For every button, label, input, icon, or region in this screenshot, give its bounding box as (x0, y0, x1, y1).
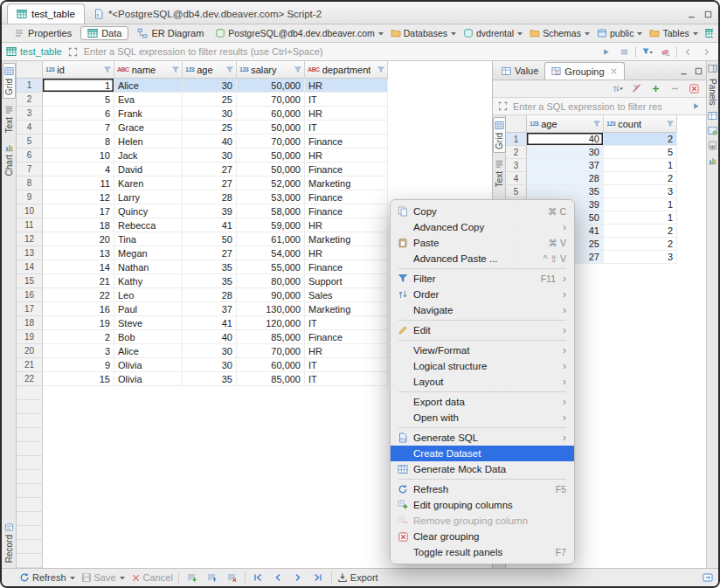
menu-item[interactable]: Edit› (391, 322, 574, 338)
panel-tab-value[interactable]: Value (495, 62, 544, 80)
expand-filter-icon[interactable] (495, 100, 510, 114)
menu-item[interactable]: Logical structure› (391, 358, 574, 374)
menu-item[interactable]: Copy⌘ C (391, 204, 574, 219)
cell-name[interactable]: Tina (114, 232, 183, 246)
history-forward-icon[interactable] (699, 45, 714, 59)
panel-layout-icon[interactable] (708, 64, 717, 73)
cell-name[interactable]: Leo (114, 288, 183, 302)
chart-panel-icon[interactable] (708, 156, 717, 165)
breadcrumb-item[interactable]: Databases (388, 28, 460, 38)
grouping-filter-input[interactable] (513, 99, 686, 114)
menu-item[interactable]: SQLGenerate SQL› (391, 430, 574, 446)
cell-age[interactable]: 30 (183, 79, 237, 93)
expand-filter-icon[interactable] (66, 45, 80, 59)
cell-name[interactable]: Olivia (114, 372, 183, 386)
breadcrumb-item[interactable]: public (594, 28, 646, 38)
filter-dropdown-icon[interactable] (640, 45, 654, 59)
cell-salary[interactable]: 55,000 (237, 260, 305, 274)
menu-item[interactable]: Advanced Copy› (391, 219, 574, 235)
cell-name[interactable]: Alice (114, 79, 183, 93)
cell-id[interactable]: 18 (43, 218, 114, 232)
cell-salary[interactable]: 59,000 (237, 218, 305, 232)
cell-department[interactable]: Finance (305, 135, 388, 149)
cell-salary[interactable]: 54,000 (237, 246, 305, 260)
cell-count[interactable]: 1 (604, 198, 677, 211)
cell-name[interactable]: Megan (114, 246, 183, 260)
cell-age[interactable]: 35 (527, 185, 604, 198)
menu-item[interactable]: Layout› (391, 374, 574, 390)
tab-data[interactable]: Data (80, 26, 128, 40)
chevron-down-icon[interactable] (692, 31, 699, 37)
column-filter-icon[interactable] (172, 66, 179, 73)
cell-age[interactable]: 40 (527, 133, 604, 146)
refresh-button[interactable]: Refresh (19, 572, 76, 583)
cell-name[interactable]: Steve (114, 316, 183, 330)
row-number[interactable]: 17 (17, 302, 43, 316)
row-number[interactable]: 14 (17, 260, 43, 274)
cell-salary[interactable]: 85,000 (237, 330, 305, 344)
menu-item[interactable]: Navigate› (391, 302, 574, 318)
cell-id[interactable]: 16 (43, 302, 114, 316)
cell-name[interactable]: Frank (114, 107, 183, 121)
cell-department[interactable]: HR (305, 107, 388, 121)
menu-item[interactable]: Edit grouping columns (391, 497, 574, 513)
column-header-department[interactable]: ABCdepartment (305, 61, 388, 79)
cell-age[interactable]: 27 (183, 163, 237, 176)
next-row-icon[interactable] (291, 571, 306, 585)
cell-id[interactable]: 12 (43, 190, 114, 204)
row-number[interactable]: 3 (506, 159, 527, 172)
cell-age[interactable]: 50 (183, 232, 237, 246)
cell-department[interactable]: IT (305, 121, 388, 135)
row-number[interactable]: 2 (17, 93, 43, 107)
cell-department[interactable]: Finance (305, 260, 388, 274)
cell-name[interactable]: David (114, 163, 183, 176)
cell-department[interactable]: IT (305, 316, 388, 330)
tab-grid[interactable]: Grid (3, 63, 16, 99)
menu-item[interactable]: View/Format› (391, 342, 574, 358)
duplicate-row-icon[interactable] (204, 571, 219, 585)
cell-name[interactable]: Eva (114, 93, 183, 107)
cell-name[interactable]: Larry (114, 190, 183, 204)
cell-id[interactable]: 19 (43, 316, 114, 330)
clear-filter-icon[interactable] (658, 45, 673, 59)
cell-salary[interactable]: 61,000 (237, 232, 305, 246)
chevron-down-icon[interactable] (377, 31, 384, 37)
cell-id[interactable]: 13 (43, 246, 114, 260)
minimize-icon[interactable] (687, 10, 696, 19)
cell-name[interactable]: Bob (114, 330, 183, 344)
tab-er-diagram[interactable]: ER Diagram (130, 26, 211, 40)
cell-salary[interactable]: 58,000 (237, 204, 305, 218)
cell-department[interactable]: Marketing (305, 176, 388, 190)
cell-salary[interactable]: 60,000 (237, 358, 305, 372)
menu-item[interactable]: Paste⌘ V (391, 235, 574, 251)
column-filter-icon[interactable] (104, 66, 111, 73)
cell-count[interactable]: 2 (604, 225, 677, 238)
cell-id[interactable]: 9 (43, 358, 114, 372)
cell-age[interactable]: 30 (183, 149, 237, 163)
cell-department[interactable]: Finance (305, 330, 388, 344)
cell-age[interactable]: 30 (183, 358, 237, 372)
first-row-icon[interactable] (251, 571, 266, 585)
cell-department[interactable]: HR (305, 218, 388, 232)
row-number[interactable]: 7 (17, 163, 43, 176)
row-number[interactable]: 1 (506, 133, 527, 146)
cell-id[interactable]: 11 (43, 176, 114, 190)
cell-name[interactable]: Rebecca (114, 218, 183, 232)
chevron-down-icon[interactable] (636, 31, 643, 37)
cell-count[interactable]: 2 (604, 133, 677, 146)
disable-filter-icon[interactable] (629, 82, 644, 96)
cell-id[interactable]: 22 (43, 288, 114, 302)
cell-salary[interactable]: 85,000 (237, 372, 305, 386)
cell-count[interactable]: 3 (604, 251, 677, 264)
panel-maximize-icon[interactable] (694, 66, 703, 76)
panel-minimize-icon[interactable] (679, 66, 689, 76)
delete-row-icon[interactable] (225, 571, 239, 585)
row-number[interactable]: 6 (17, 149, 43, 163)
row-number[interactable]: 19 (17, 330, 43, 344)
menu-item[interactable]: Generate Mock Data (391, 461, 574, 477)
breadcrumb-item[interactable]: Tables (647, 28, 701, 38)
cell-name[interactable]: Helen (114, 135, 183, 149)
history-back-icon[interactable] (681, 45, 696, 59)
row-number[interactable]: 22 (17, 372, 43, 386)
menu-item[interactable]: Create Dataset (391, 446, 574, 461)
